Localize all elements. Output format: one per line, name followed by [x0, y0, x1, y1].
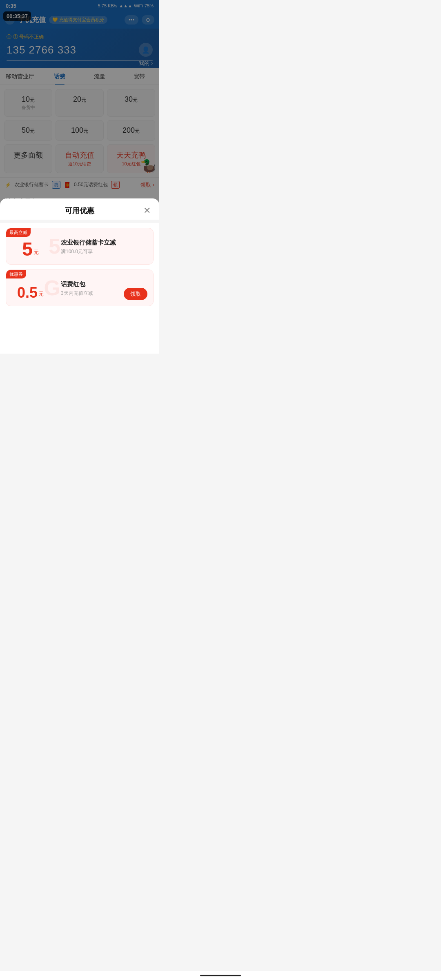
coupon-left-redpack: 优惠券 0.5 元 G: [6, 270, 55, 306]
coupon-desc-bank: 满100.0元可享: [61, 248, 147, 255]
coupon-amount-row-bank: 5 元: [22, 240, 39, 258]
modal-close-button[interactable]: ✕: [141, 205, 153, 216]
coupon-badge-redpack: 优惠券: [6, 270, 26, 278]
coupon-card-bank[interactable]: 最高立减 5 元 5 农业银行储蓄卡立减 满100.0元可享: [6, 228, 154, 265]
coupon-name-bank: 农业银行储蓄卡立减: [61, 239, 147, 247]
coupon-card-redpack[interactable]: 优惠券 0.5 元 G 话费红包 3天内充值立减 领取: [6, 270, 154, 306]
coupon-amount-redpack: 0.5: [17, 285, 38, 300]
coupon-unit-redpack: 元: [38, 290, 44, 298]
coupon-right-bank: 农业银行储蓄卡立减 满100.0元可享: [55, 228, 153, 264]
coupon-name-redpack: 话费红包: [61, 281, 147, 288]
receive-coupon-button[interactable]: 领取: [124, 288, 147, 300]
modal-sheet: 可用优惠 ✕ 最高立减 5 元 5 农业银行储蓄卡立减 满100.0元可享 优惠…: [0, 198, 159, 354]
modal-title: 可用优惠: [65, 206, 94, 216]
coupon-left-bank: 最高立减 5 元 5: [6, 228, 55, 264]
coupon-amount-bank: 5: [22, 240, 33, 258]
modal-overlay: 可用优惠 ✕ 最高立减 5 元 5 农业银行储蓄卡立减 满100.0元可享 优惠…: [0, 0, 159, 354]
coupon-amount-row-redpack: 0.5 元: [17, 285, 44, 300]
modal-header: 可用优惠 ✕: [0, 198, 159, 220]
modal-divider: [0, 220, 159, 223]
coupon-badge-bank: 最高立减: [6, 228, 31, 237]
coupon-right-redpack: 话费红包 3天内充值立减 领取: [55, 270, 153, 306]
coupon-unit-bank: 元: [33, 249, 39, 256]
